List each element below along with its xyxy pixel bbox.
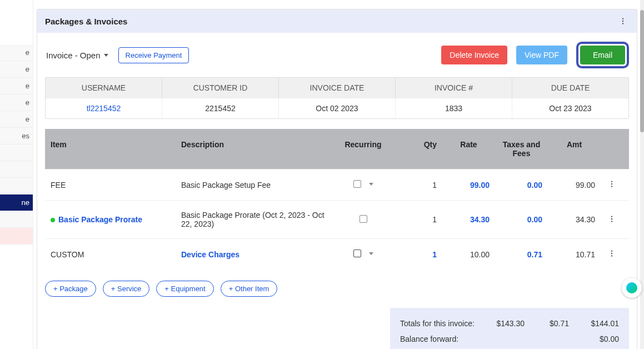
line-item-actions-icon[interactable] [601,169,623,200]
col-header-rate: Rate [442,129,495,169]
packages-invoices-card: Packages & Invoices Invoice - Open Recei… [37,9,637,349]
line-item-description: Basic Package Prorate (Oct 2, 2023 - Oct… [176,201,331,238]
username-link[interactable]: tl2215452 [46,98,162,118]
sidebar-sliver-item[interactable] [0,228,33,245]
line-item-amt: 34.30 [548,205,601,234]
line-item-tax[interactable]: 0.71 [495,240,548,269]
line-item-description: Basic Package Setup Fee [176,171,331,200]
chat-icon [626,282,637,293]
svg-point-8 [611,221,612,222]
line-item-tax[interactable]: 0.00 [495,171,548,200]
totals-due-row: Total Due: $144.01 [400,347,619,349]
sidebar-sliver-item[interactable]: ne [0,195,33,211]
line-item-qty: 1 [395,205,442,234]
line-item-name[interactable]: Basic Package Prorate [45,205,176,234]
email-button-highlight: Email [576,42,629,68]
line-item-qty: 1 [395,171,442,200]
add-item-pill[interactable]: + Package [45,281,96,297]
line-item-name: CUSTOM [45,240,176,269]
line-item-tax[interactable]: 0.00 [495,205,548,234]
line-item-description[interactable]: Device Charges [176,240,331,269]
add-item-pill[interactable]: + Service [103,281,150,297]
totals-invoice-tax: $0.71 [525,319,569,328]
line-item-recurring [331,240,395,269]
recurring-checkbox[interactable] [353,250,361,257]
line-item-row: CUSTOMDevice Charges110.000.7110.71 [45,238,629,270]
info-header-duedate: DUE DATE [512,78,628,98]
section-more-icon[interactable] [617,15,629,27]
vertical-scrollbar-track[interactable] [640,0,644,349]
line-item-recurring [331,205,395,235]
totals-invoice-total: $144.01 [569,319,619,328]
recurring-checkbox[interactable] [360,215,367,223]
totals-balance-label: Balance forward: [400,335,480,343]
sidebar-sliver-item[interactable]: e [0,61,33,78]
status-dot-icon [51,218,55,222]
line-item-recurring [331,170,395,200]
delete-invoice-button[interactable]: Delete Invoice [441,46,507,64]
totals-box: Totals for this invoice: $143.30 $0.71 $… [390,308,629,349]
svg-point-9 [611,250,612,251]
line-item-qty[interactable]: 1 [395,240,442,269]
sidebar-sliver-item[interactable] [0,144,33,161]
help-chat-bubble[interactable] [622,278,642,298]
recurring-checkbox[interactable] [353,180,361,188]
totals-balance-row: Balance forward: $0.00 [400,331,619,347]
line-item-name: FEE [45,171,176,200]
col-header-actions [601,129,623,169]
due-date-value: Oct 23 2023 [512,98,628,118]
col-header-amt: Amt [548,129,601,169]
caret-down-icon[interactable] [369,252,373,255]
svg-point-7 [611,218,612,219]
svg-point-3 [611,181,612,182]
totals-balance-value: $0.00 [569,335,619,343]
view-pdf-button[interactable]: View PDF [516,46,567,64]
line-item-amt: 10.71 [548,240,601,269]
invoice-status-dropdown[interactable]: Invoice - Open [45,47,109,63]
caret-down-icon[interactable] [369,183,373,186]
line-item-rate[interactable]: 34.30 [442,205,495,234]
invoice-no-value: 1833 [396,98,512,118]
totals-invoice-label: Totals for this invoice: [400,319,480,328]
caret-down-icon [104,54,108,57]
vertical-scrollbar-thumb[interactable] [640,10,644,132]
sidebar-sliver-item[interactable]: es [0,128,33,144]
sidebar-sliver-item[interactable]: e [0,111,33,128]
line-item-rate: 10.00 [442,240,495,269]
sidebar-sliver-item[interactable]: e [0,78,33,94]
sidebar-sliver-item[interactable]: e [0,44,33,61]
invoice-toolbar: Invoice - Open Receive Payment Delete In… [37,33,637,77]
line-item-row: Basic Package ProrateBasic Package Prora… [45,200,629,238]
sidebar-sliver-item[interactable] [0,161,33,178]
info-header-invoiceno: INVOICE # [396,78,512,98]
col-header-taxes: Taxes and Fees [495,129,548,169]
line-item-rate[interactable]: 99.00 [442,171,495,200]
line-item-actions-icon[interactable] [601,205,623,235]
line-items-table: Item Description Recurring Qty Rate Taxe… [45,129,629,270]
sidebar-sliver-item[interactable]: e [0,94,33,111]
line-item-amt: 99.00 [548,171,601,200]
card-header: Packages & Invoices [37,9,637,33]
svg-point-10 [611,253,612,254]
sidebar-sliver-item[interactable] [0,178,33,195]
totals-invoice-sub: $143.30 [480,319,525,328]
info-header-customerid: CUSTOMER ID [162,78,279,98]
col-header-qty: Qty [395,129,442,169]
svg-point-0 [622,18,623,19]
add-item-pill[interactable]: + Other Item [221,281,278,297]
line-item-actions-icon[interactable] [601,239,623,270]
invoice-date-value: Oct 02 2023 [279,98,396,118]
svg-point-5 [611,186,612,187]
totals-area: Totals for this invoice: $143.30 $0.71 $… [45,308,629,349]
sidebar-sliver-item[interactable] [0,211,33,228]
receive-payment-button[interactable]: Receive Payment [118,47,189,63]
svg-point-6 [611,216,612,217]
add-item-pill[interactable]: + Equipment [156,281,213,297]
invoice-status-label: Invoice - Open [46,51,101,60]
totals-invoice-row: Totals for this invoice: $143.30 $0.71 $… [400,316,619,331]
left-sidebar-sliver: eeeeeesne [0,0,33,349]
email-button[interactable]: Email [580,46,625,64]
sidebar-sliver-item[interactable] [0,0,33,44]
line-item-row: FEEBasic Package Setup Fee199.000.0099.0… [45,169,629,200]
line-items-header: Item Description Recurring Qty Rate Taxe… [45,129,629,169]
